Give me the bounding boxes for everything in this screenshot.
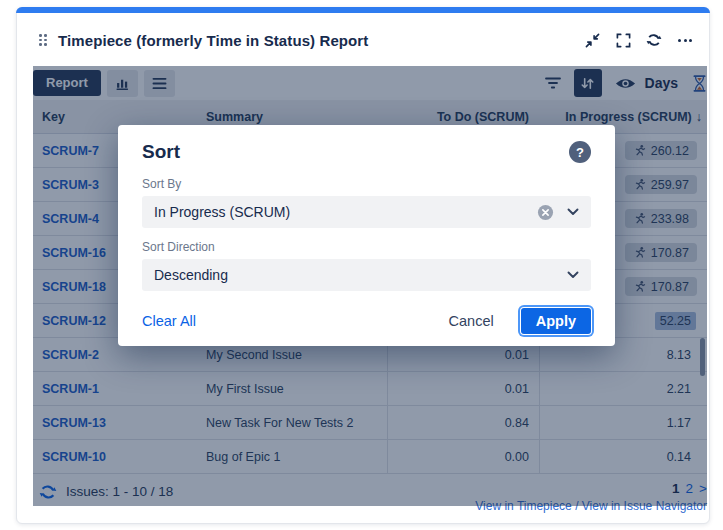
chevron-down-icon[interactable]: [567, 271, 579, 279]
gadget-accent-bar: [16, 7, 710, 13]
minimize-icon[interactable]: [584, 32, 600, 48]
sort-direction-select[interactable]: Descending: [142, 259, 591, 291]
sort-direction-label: Sort Direction: [142, 240, 591, 254]
apply-button[interactable]: Apply: [521, 308, 591, 334]
modal-title: Sort: [142, 141, 180, 163]
sort-by-label: Sort By: [142, 177, 591, 191]
cancel-button[interactable]: Cancel: [449, 313, 494, 329]
gadget-title: Timepiece (formerly Time in Status) Repo…: [58, 32, 368, 49]
sort-modal: Sort ? Sort By In Progress (SCRUM) Sort …: [118, 125, 615, 346]
chevron-down-icon[interactable]: [567, 208, 579, 216]
help-icon[interactable]: ?: [569, 141, 591, 163]
clear-all-button[interactable]: Clear All: [142, 313, 196, 329]
sort-by-select[interactable]: In Progress (SCRUM): [142, 196, 591, 228]
dashboard-background: Timepiece (formerly Time in Status) Repo…: [0, 0, 723, 530]
clear-selection-icon[interactable]: [537, 204, 554, 221]
more-options-icon[interactable]: [677, 32, 693, 48]
drag-handle-icon[interactable]: [39, 34, 47, 46]
fullscreen-icon[interactable]: [615, 32, 631, 48]
refresh-icon[interactable]: [646, 32, 662, 48]
gadget-header: Timepiece (formerly Time in Status) Repo…: [17, 14, 709, 66]
